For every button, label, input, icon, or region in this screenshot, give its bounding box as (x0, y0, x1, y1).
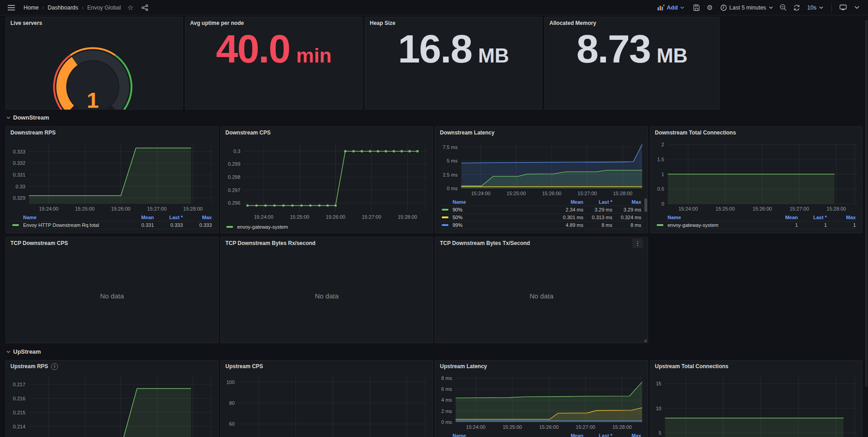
refresh-interval-picker[interactable]: 10s (806, 5, 825, 11)
legend-item[interactable]: envoy-gateway-system (225, 222, 428, 232)
legend-series-name[interactable]: Envoy HTTP Downstream Rq total (12, 222, 125, 228)
legend-series-name[interactable]: 99% (442, 222, 554, 228)
tv-mode-button[interactable] (838, 2, 848, 13)
legend-header-name[interactable]: Name (442, 199, 554, 205)
legend-header-stat[interactable]: Max (612, 433, 641, 437)
series-name: envoy-gateway-system (237, 224, 288, 230)
time-range-picker[interactable]: Last 5 minutes (719, 5, 775, 11)
panel-title: Avg uptime per node (190, 20, 244, 26)
legend-header-stat[interactable]: Mean (554, 199, 583, 205)
legend-header-stat[interactable]: Last * (583, 199, 612, 205)
row-toggle-upstream[interactable]: UpStream (6, 348, 41, 355)
panel-header[interactable]: Upstream Total Connections (650, 360, 862, 372)
svg-text:0.299: 0.299 (228, 161, 240, 167)
timeseries-chart: 00.511.5215:24:0015:25:0015:26:0015:27:0… (650, 139, 862, 213)
breadcrumb-current-dashboard[interactable]: Envoy Global (87, 5, 121, 11)
legend-stat-value: 3.29 ms (583, 207, 612, 212)
legend-stat-value: 3.29 ms (612, 207, 641, 212)
gauge-value: 1 (87, 88, 99, 110)
no-data-message: No data (6, 249, 218, 343)
legend-series-name[interactable]: 90% (442, 207, 554, 212)
legend-header-stat[interactable]: Last * (154, 215, 183, 220)
panel-header[interactable]: Live servers (6, 17, 182, 29)
svg-text:15:26:00: 15:26:00 (753, 206, 772, 211)
panel-header[interactable]: Upstream Latency (435, 360, 648, 372)
svg-text:0.331: 0.331 (13, 172, 25, 178)
gear-icon: ⚙ (707, 4, 713, 11)
breadcrumb-dashboards[interactable]: Dashboards (48, 5, 78, 11)
chart-canvas: 0.2960.2970.2980.2990.315:24:0015:25:001… (221, 139, 433, 221)
svg-text:15:26:00: 15:26:00 (326, 214, 345, 220)
panel-resize-handle[interactable] (644, 339, 647, 342)
panel-header[interactable]: TCP Downstream CPS (6, 237, 218, 249)
panel-tcp-downstream-cps: TCP Downstream CPS No data (5, 237, 219, 343)
page-scrollbar[interactable] (865, 20, 868, 387)
legend-header-stat[interactable]: Mean (769, 215, 798, 220)
svg-text:0 ms: 0 ms (447, 186, 458, 191)
toolbar-collapse-button[interactable] (852, 2, 862, 13)
gauge: 1 (6, 29, 182, 110)
legend-header-name[interactable]: Name (442, 433, 554, 437)
top-toolbar: Home › Dashboards › Envoy Global ☆ (0, 0, 868, 15)
row-title: UpStream (13, 348, 41, 355)
panel-header[interactable]: Downstream Total Connections (650, 127, 862, 139)
hamburger-icon (8, 5, 15, 10)
row-toggle-downstream[interactable]: DownStream (6, 114, 49, 121)
svg-text:0.296: 0.296 (228, 200, 240, 206)
zoom-out-time-button[interactable] (778, 2, 788, 13)
panel-header[interactable]: Downstream Latency (435, 127, 648, 139)
legend-header-stat[interactable]: Max (612, 199, 641, 205)
chart-canvas: 0 ms2 ms4 ms6 ms8 ms15:24:0015:25:0015:2… (435, 372, 648, 431)
menu-toggle-button[interactable] (6, 2, 16, 13)
legend-series-name[interactable]: envoy-gateway-system (657, 222, 769, 228)
panel-title: Upstream RPS (10, 363, 48, 370)
legend-header-name[interactable]: Name (12, 215, 125, 220)
legend-stat-value: 1 (798, 222, 827, 228)
panel-title: Upstream CPS (225, 363, 263, 370)
panel-header[interactable]: TCP Downstream Bytes Rx/second (221, 237, 433, 249)
chart-legend: NameMeanLast *MaxEnvoy HTTP Downstream R… (6, 213, 218, 233)
favorite-star-button[interactable]: ☆ (125, 2, 135, 13)
panel-header[interactable]: Upstream RPS i (6, 360, 218, 372)
series-swatch (442, 209, 448, 211)
breadcrumb-separator: › (82, 5, 84, 11)
timeseries-chart: 0 ms2 ms4 ms6 ms8 ms15:24:0015:25:0015:2… (435, 372, 648, 431)
refresh-button[interactable] (792, 2, 802, 13)
legend-header-stat[interactable]: Mean (125, 215, 154, 220)
legend-header-name[interactable]: Name (657, 215, 769, 220)
legend-header-stat[interactable]: Max (827, 215, 856, 220)
panel-upstream-cps: Upstream CPS 40608010015:24:0015:25:0015… (220, 360, 433, 437)
legend-stat-value: 2.34 ms (554, 207, 583, 212)
legend-series-name[interactable]: 50% (442, 215, 554, 220)
panel-menu-button[interactable]: ⋮ (632, 239, 643, 248)
series-swatch (226, 226, 233, 228)
svg-text:0.5: 0.5 (657, 186, 664, 192)
panel-header[interactable]: Downstream CPS (221, 127, 433, 139)
svg-text:0.3: 0.3 (234, 149, 240, 154)
panel-downstream-rps: Downstream RPS 0.3290.330.3310.3320.3331… (5, 126, 219, 233)
panel-downstream-total-connections: Downstream Total Connections 00.511.5215… (650, 126, 863, 233)
svg-text:15:27:00: 15:27:00 (577, 191, 597, 196)
breadcrumb-home[interactable]: Home (24, 5, 38, 11)
panel-header[interactable]: Upstream CPS (221, 360, 433, 372)
legend-header-stat[interactable]: Max (183, 215, 212, 220)
share-button[interactable] (140, 2, 150, 13)
legend-header-stat[interactable]: Last * (798, 215, 827, 220)
panel-downstream-latency: Downstream Latency 0 ms2.5 ms5 ms7.5 ms1… (435, 126, 648, 233)
info-icon[interactable]: i (51, 363, 58, 370)
panel-header[interactable]: TCP Downstream Bytes Tx/Second ⋮ (435, 237, 648, 249)
save-icon (693, 5, 700, 11)
svg-text:15:25:00: 15:25:00 (503, 424, 522, 430)
legend-header-stat[interactable]: Mean (554, 433, 583, 437)
dashboard-settings-button[interactable]: ⚙ (705, 2, 715, 13)
save-dashboard-button[interactable] (692, 2, 701, 13)
row-title: DownStream (13, 114, 49, 121)
panel-tcp-downstream-bytes-tx: TCP Downstream Bytes Tx/Second ⋮ No data (435, 237, 648, 343)
svg-text:4 ms: 4 ms (441, 397, 452, 403)
add-button[interactable]: Add (658, 5, 684, 11)
panel-header[interactable]: Downstream RPS (6, 127, 218, 139)
panel-title: TCP Downstream Bytes Rx/second (225, 240, 315, 246)
grafana-dashboard: Home › Dashboards › Envoy Global ☆ (0, 0, 868, 437)
legend-scrollbar[interactable] (644, 198, 647, 212)
legend-header-stat[interactable]: Last * (583, 433, 612, 437)
